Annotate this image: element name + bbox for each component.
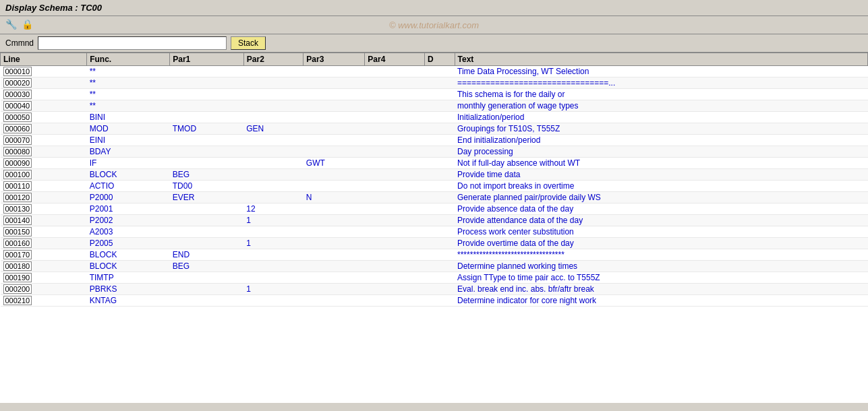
cell-par2 <box>243 261 303 272</box>
cell-par4 <box>365 89 425 100</box>
cell-text: Provide absence data of the day <box>455 203 867 215</box>
table-row[interactable]: 000130P200112Provide absence data of the… <box>1 203 868 215</box>
cell-par2 <box>243 146 303 158</box>
cell-func: KNTAG <box>87 295 170 307</box>
cell-text: This schema is for the daily or <box>455 89 867 100</box>
cell-par4 <box>365 215 425 226</box>
cell-par1 <box>170 135 244 146</box>
cell-d <box>424 238 455 249</box>
schema-table: Line Func. Par1 Par2 Par3 Par4 D Text 00… <box>0 53 868 307</box>
table-row[interactable]: 000200PBRKS1Eval. break end inc. abs. bf… <box>1 284 868 295</box>
cell-par3 <box>303 226 365 238</box>
settings-icon[interactable]: 🔧 <box>5 19 18 31</box>
lock-icon[interactable]: 🔒 <box>22 19 34 31</box>
cell-text: Day processing <box>455 146 867 158</box>
page-title: Display Schema : TC00 <box>5 3 102 13</box>
cell-par4 <box>365 295 425 307</box>
table-row[interactable]: 000060MODTMODGENGroupings for T510S, T55… <box>1 123 868 135</box>
cell-par2 <box>243 272 303 284</box>
cell-line: 000190 <box>1 272 87 284</box>
cell-line: 000120 <box>1 192 87 203</box>
table-container: Line Func. Par1 Par2 Par3 Par4 D Text 00… <box>0 53 868 403</box>
cell-line: 000150 <box>1 226 87 238</box>
col-par4: Par4 <box>365 53 425 66</box>
cell-func: IF <box>87 158 170 169</box>
table-row[interactable]: 000080BDAYDay processing <box>1 146 868 158</box>
table-row[interactable]: 000160P20051Provide overtime data of the… <box>1 238 868 249</box>
command-bar: Cmmnd Stack <box>0 34 868 53</box>
cell-func: ** <box>87 66 170 77</box>
table-row[interactable]: 000070EINIEnd initialization/period <box>1 135 868 146</box>
cell-d <box>424 181 455 192</box>
table-row[interactable]: 000030**This schema is for the daily or <box>1 89 868 100</box>
cell-func: P2005 <box>87 238 170 249</box>
cell-par4 <box>365 192 425 203</box>
table-row[interactable]: 000210KNTAGDetermine indicator for core … <box>1 295 868 307</box>
cell-par2 <box>243 100 303 112</box>
cell-line: 000080 <box>1 146 87 158</box>
stack-button[interactable]: Stack <box>231 36 266 50</box>
cell-par1 <box>170 66 244 77</box>
cell-d <box>424 169 455 181</box>
cell-par4 <box>365 272 425 284</box>
cell-par2 <box>243 181 303 192</box>
cell-par3 <box>303 249 365 261</box>
col-func: Func. <box>87 53 170 66</box>
cell-func: P2001 <box>87 203 170 215</box>
cell-par3 <box>303 146 365 158</box>
table-row[interactable]: 000110ACTIOTD00Do not import breaks in o… <box>1 181 868 192</box>
cell-line: 000090 <box>1 158 87 169</box>
cell-par2: 1 <box>243 284 303 295</box>
cell-par1: BEG <box>170 169 244 181</box>
cell-par4 <box>365 123 425 135</box>
col-d: D <box>424 53 455 66</box>
cell-par4 <box>365 203 425 215</box>
cell-func: ** <box>87 89 170 100</box>
cell-d <box>424 226 455 238</box>
table-row[interactable]: 000170BLOCKEND**************************… <box>1 249 868 261</box>
cell-par3 <box>303 123 365 135</box>
cell-par4 <box>365 226 425 238</box>
table-row[interactable]: 000090IFGWTNot if full-day absence witho… <box>1 158 868 169</box>
table-row[interactable]: 000150A2003Process work center substitut… <box>1 226 868 238</box>
cell-par3 <box>303 238 365 249</box>
cell-text: Provide overtime data of the day <box>455 238 867 249</box>
table-row[interactable]: 000140P20021Provide attendance data of t… <box>1 215 868 226</box>
cell-par1: TMOD <box>170 123 244 135</box>
cell-func: P2002 <box>87 215 170 226</box>
cell-text: ================================... <box>455 77 867 89</box>
cell-par3: N <box>303 192 365 203</box>
cell-d <box>424 112 455 123</box>
cell-text: Do not import breaks in overtime <box>455 181 867 192</box>
cell-par1: BEG <box>170 261 244 272</box>
cell-line: 000180 <box>1 261 87 272</box>
cell-par4 <box>365 238 425 249</box>
cell-par4 <box>365 66 425 77</box>
cell-par1 <box>170 77 244 89</box>
cell-line: 000070 <box>1 135 87 146</box>
cell-par3: GWT <box>303 158 365 169</box>
table-row[interactable]: 000050BINIInitialization/period <box>1 112 868 123</box>
table-row[interactable]: 000010**Time Data Processing, WT Selecti… <box>1 66 868 77</box>
cell-text: Initialization/period <box>455 112 867 123</box>
cell-func: MOD <box>87 123 170 135</box>
table-row[interactable]: 000120P2000EVERNGenerate planned pair/pr… <box>1 192 868 203</box>
cell-func: A2003 <box>87 226 170 238</box>
cell-text: Time Data Processing, WT Selection <box>455 66 867 77</box>
table-row[interactable]: 000020**================================… <box>1 77 868 89</box>
table-row[interactable]: 000190TIMTPAssign TType to time pair acc… <box>1 272 868 284</box>
cell-par2: 12 <box>243 203 303 215</box>
table-row[interactable]: 000180BLOCKBEGDetermine planned working … <box>1 261 868 272</box>
col-par2: Par2 <box>243 53 303 66</box>
table-row[interactable]: 000040**monthly generation of wage types <box>1 100 868 112</box>
cell-par1 <box>170 215 244 226</box>
cell-func: BLOCK <box>87 261 170 272</box>
cell-par4 <box>365 77 425 89</box>
cell-text: Groupings for T510S, T555Z <box>455 123 867 135</box>
cell-par1 <box>170 238 244 249</box>
cell-d <box>424 261 455 272</box>
cell-par3 <box>303 284 365 295</box>
cell-par4 <box>365 181 425 192</box>
command-input[interactable] <box>38 36 227 50</box>
table-row[interactable]: 000100BLOCKBEGProvide time data <box>1 169 868 181</box>
